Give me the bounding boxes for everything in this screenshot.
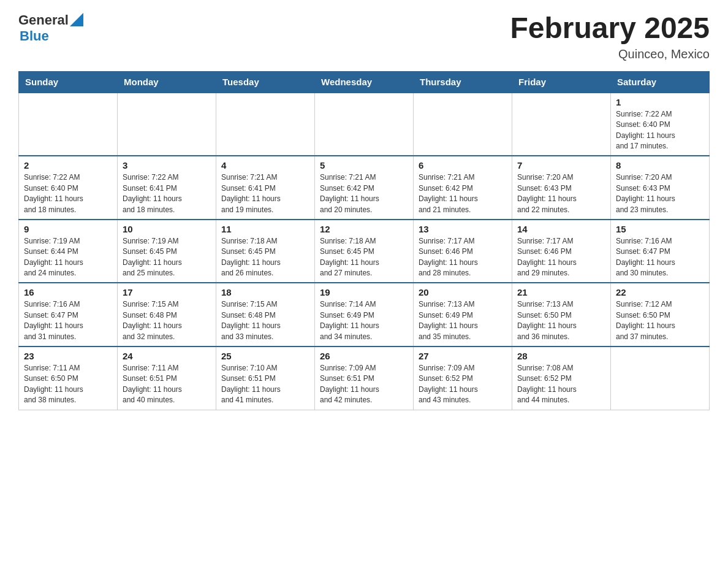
day-info: Sunrise: 7:10 AMSunset: 6:51 PMDaylight:…: [221, 363, 309, 406]
calendar-cell: 22Sunrise: 7:12 AMSunset: 6:50 PMDayligh…: [611, 283, 710, 347]
calendar-cell: 23Sunrise: 7:11 AMSunset: 6:50 PMDayligh…: [19, 347, 118, 410]
calendar-cell: 11Sunrise: 7:18 AMSunset: 6:45 PMDayligh…: [216, 220, 315, 283]
calendar-cell: 19Sunrise: 7:14 AMSunset: 6:49 PMDayligh…: [315, 283, 414, 347]
day-number: 6: [419, 160, 507, 170]
calendar-cell: 5Sunrise: 7:21 AMSunset: 6:42 PMDaylight…: [315, 156, 414, 220]
calendar-cell: 27Sunrise: 7:09 AMSunset: 6:52 PMDayligh…: [414, 347, 512, 410]
page-header: General Blue February 2025 Quinceo, Mexi…: [18, 12, 710, 61]
calendar-cell: 8Sunrise: 7:20 AMSunset: 6:43 PMDaylight…: [611, 156, 710, 220]
day-number: 2: [24, 160, 112, 170]
day-info: Sunrise: 7:13 AMSunset: 6:50 PMDaylight:…: [517, 299, 605, 342]
header-tuesday: Tuesday: [216, 71, 315, 93]
calendar-cell: 16Sunrise: 7:16 AMSunset: 6:47 PMDayligh…: [19, 283, 118, 347]
day-info: Sunrise: 7:22 AMSunset: 6:41 PMDaylight:…: [123, 172, 211, 215]
day-info: Sunrise: 7:12 AMSunset: 6:50 PMDaylight:…: [616, 299, 704, 342]
calendar-cell: 4Sunrise: 7:21 AMSunset: 6:41 PMDaylight…: [216, 156, 315, 220]
calendar-cell: [216, 93, 315, 156]
day-number: 10: [123, 224, 211, 234]
day-number: 15: [616, 224, 704, 234]
header-sunday: Sunday: [19, 71, 118, 93]
day-info: Sunrise: 7:09 AMSunset: 6:52 PMDaylight:…: [419, 363, 507, 406]
day-number: 26: [320, 351, 408, 361]
day-number: 8: [616, 160, 704, 170]
calendar-week-row: 9Sunrise: 7:19 AMSunset: 6:44 PMDaylight…: [19, 220, 710, 283]
logo-blue-text: Blue: [20, 28, 83, 44]
calendar-cell: 10Sunrise: 7:19 AMSunset: 6:45 PMDayligh…: [118, 220, 216, 283]
day-number: 3: [123, 160, 211, 170]
logo-general-text: General: [18, 12, 69, 28]
logo-triangle-icon: [70, 13, 83, 26]
day-number: 1: [616, 97, 704, 107]
calendar-cell: 6Sunrise: 7:21 AMSunset: 6:42 PMDaylight…: [414, 156, 512, 220]
calendar-cell: 7Sunrise: 7:20 AMSunset: 6:43 PMDaylight…: [512, 156, 611, 220]
day-number: 22: [616, 287, 704, 297]
calendar-cell: 18Sunrise: 7:15 AMSunset: 6:48 PMDayligh…: [216, 283, 315, 347]
calendar-cell: [118, 93, 216, 156]
calendar-week-row: 23Sunrise: 7:11 AMSunset: 6:50 PMDayligh…: [19, 347, 710, 410]
day-info: Sunrise: 7:15 AMSunset: 6:48 PMDaylight:…: [123, 299, 211, 342]
calendar-cell: [414, 93, 512, 156]
title-block: February 2025 Quinceo, Mexico: [510, 12, 710, 61]
day-number: 5: [320, 160, 408, 170]
calendar-cell: 15Sunrise: 7:16 AMSunset: 6:47 PMDayligh…: [611, 220, 710, 283]
day-info: Sunrise: 7:14 AMSunset: 6:49 PMDaylight:…: [320, 299, 408, 342]
day-info: Sunrise: 7:11 AMSunset: 6:51 PMDaylight:…: [123, 363, 211, 406]
day-number: 9: [24, 224, 112, 234]
calendar-cell: [19, 93, 118, 156]
header-thursday: Thursday: [414, 71, 512, 93]
calendar-cell: [611, 347, 710, 410]
calendar-table: Sunday Monday Tuesday Wednesday Thursday…: [18, 71, 710, 410]
day-number: 4: [221, 160, 309, 170]
day-info: Sunrise: 7:22 AMSunset: 6:40 PMDaylight:…: [24, 172, 112, 215]
day-info: Sunrise: 7:19 AMSunset: 6:45 PMDaylight:…: [123, 236, 211, 279]
calendar-cell: 14Sunrise: 7:17 AMSunset: 6:46 PMDayligh…: [512, 220, 611, 283]
day-number: 16: [24, 287, 112, 297]
day-info: Sunrise: 7:18 AMSunset: 6:45 PMDaylight:…: [221, 236, 309, 279]
day-info: Sunrise: 7:18 AMSunset: 6:45 PMDaylight:…: [320, 236, 408, 279]
day-info: Sunrise: 7:21 AMSunset: 6:42 PMDaylight:…: [320, 172, 408, 215]
day-number: 21: [517, 287, 605, 297]
header-friday: Friday: [512, 71, 611, 93]
day-number: 13: [419, 224, 507, 234]
day-info: Sunrise: 7:21 AMSunset: 6:42 PMDaylight:…: [419, 172, 507, 215]
calendar-cell: 25Sunrise: 7:10 AMSunset: 6:51 PMDayligh…: [216, 347, 315, 410]
calendar-cell: 24Sunrise: 7:11 AMSunset: 6:51 PMDayligh…: [118, 347, 216, 410]
calendar-cell: 9Sunrise: 7:19 AMSunset: 6:44 PMDaylight…: [19, 220, 118, 283]
day-info: Sunrise: 7:21 AMSunset: 6:41 PMDaylight:…: [221, 172, 309, 215]
day-info: Sunrise: 7:20 AMSunset: 6:43 PMDaylight:…: [517, 172, 605, 215]
calendar-cell: 28Sunrise: 7:08 AMSunset: 6:52 PMDayligh…: [512, 347, 611, 410]
calendar-cell: 13Sunrise: 7:17 AMSunset: 6:46 PMDayligh…: [414, 220, 512, 283]
day-info: Sunrise: 7:17 AMSunset: 6:46 PMDaylight:…: [419, 236, 507, 279]
day-number: 27: [419, 351, 507, 361]
calendar-cell: 17Sunrise: 7:15 AMSunset: 6:48 PMDayligh…: [118, 283, 216, 347]
header-saturday: Saturday: [611, 71, 710, 93]
header-wednesday: Wednesday: [315, 71, 414, 93]
day-number: 28: [517, 351, 605, 361]
day-number: 17: [123, 287, 211, 297]
day-number: 23: [24, 351, 112, 361]
calendar-cell: [512, 93, 611, 156]
day-number: 19: [320, 287, 408, 297]
day-number: 14: [517, 224, 605, 234]
day-number: 24: [123, 351, 211, 361]
day-info: Sunrise: 7:19 AMSunset: 6:44 PMDaylight:…: [24, 236, 112, 279]
day-number: 25: [221, 351, 309, 361]
day-info: Sunrise: 7:20 AMSunset: 6:43 PMDaylight:…: [616, 172, 704, 215]
day-info: Sunrise: 7:11 AMSunset: 6:50 PMDaylight:…: [24, 363, 112, 406]
day-number: 18: [221, 287, 309, 297]
location-label: Quinceo, Mexico: [510, 47, 710, 61]
calendar-week-row: 2Sunrise: 7:22 AMSunset: 6:40 PMDaylight…: [19, 156, 710, 220]
day-info: Sunrise: 7:22 AMSunset: 6:40 PMDaylight:…: [616, 109, 704, 152]
logo: General Blue: [18, 12, 83, 44]
calendar-cell: [315, 93, 414, 156]
svg-marker-0: [70, 13, 83, 26]
day-info: Sunrise: 7:16 AMSunset: 6:47 PMDaylight:…: [616, 236, 704, 279]
calendar-cell: 26Sunrise: 7:09 AMSunset: 6:51 PMDayligh…: [315, 347, 414, 410]
calendar-cell: 21Sunrise: 7:13 AMSunset: 6:50 PMDayligh…: [512, 283, 611, 347]
day-info: Sunrise: 7:16 AMSunset: 6:47 PMDaylight:…: [24, 299, 112, 342]
calendar-cell: 20Sunrise: 7:13 AMSunset: 6:49 PMDayligh…: [414, 283, 512, 347]
day-number: 20: [419, 287, 507, 297]
day-info: Sunrise: 7:13 AMSunset: 6:49 PMDaylight:…: [419, 299, 507, 342]
calendar-cell: 12Sunrise: 7:18 AMSunset: 6:45 PMDayligh…: [315, 220, 414, 283]
day-info: Sunrise: 7:09 AMSunset: 6:51 PMDaylight:…: [320, 363, 408, 406]
